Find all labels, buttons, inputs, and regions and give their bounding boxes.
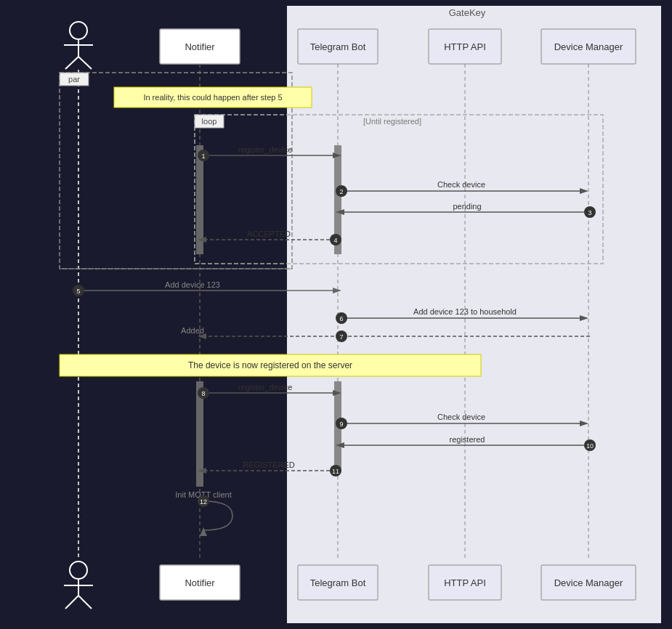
gatekey-label: GateKey <box>449 7 486 18</box>
httpapi-bottom-label: HTTP API <box>444 577 486 588</box>
note1: In reality, this could happen after step… <box>143 93 282 102</box>
telegram-top-label: Telegram Bot <box>310 41 366 52</box>
loop-label: loop <box>202 117 217 126</box>
loop-condition: [Until registered] <box>363 117 421 126</box>
devicemgr-bottom-label: Device Manager <box>554 577 623 588</box>
step1: 1 <box>201 153 205 160</box>
msg2-label: Check device <box>437 180 485 189</box>
telegram-bottom-label: Telegram Bot <box>310 577 366 588</box>
diagram: GateKey Notifier Telegram Bot HTTP API D… <box>0 0 672 629</box>
step9: 9 <box>339 421 343 428</box>
msg4-label: ACCEPTED <box>247 230 291 238</box>
msg1-label: register_device <box>238 145 293 154</box>
step4: 4 <box>333 237 337 244</box>
step12: 12 <box>200 498 207 506</box>
svg-rect-16 <box>196 145 203 254</box>
msg11-label: REGISTERED <box>243 460 295 469</box>
msg9-label: Check device <box>437 413 485 421</box>
httpapi-top-label: HTTP API <box>444 41 486 52</box>
step6: 6 <box>339 315 343 322</box>
step7: 7 <box>339 333 343 341</box>
notifier-top-label: Notifier <box>185 41 215 52</box>
step3: 3 <box>588 209 591 216</box>
step8: 8 <box>201 390 205 397</box>
step2: 2 <box>339 188 343 195</box>
note2: The device is now registered on the serv… <box>188 360 352 370</box>
msg5-label: Add device 123 <box>165 280 220 289</box>
devicemgr-top-label: Device Manager <box>554 41 623 52</box>
msg6-label: Add device 123 to household <box>413 307 517 316</box>
msg3-label: pending <box>453 202 481 211</box>
step5: 5 <box>76 288 80 295</box>
step11: 11 <box>332 468 339 475</box>
msg7-label: Added <box>181 326 204 335</box>
step10: 10 <box>586 442 594 450</box>
msg8-label: register_device <box>238 383 293 391</box>
notifier-bottom-label: Notifier <box>185 577 215 588</box>
par-label: par <box>68 75 80 84</box>
msg10-label: registered <box>450 435 485 444</box>
